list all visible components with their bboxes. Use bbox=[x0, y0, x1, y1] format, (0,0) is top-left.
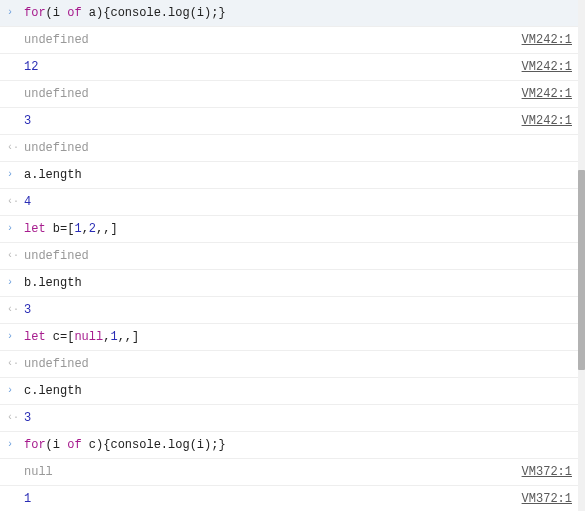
token-kw: let bbox=[24, 330, 46, 344]
token-num: 1 bbox=[110, 330, 117, 344]
input-marker-icon: › bbox=[7, 278, 13, 288]
token-num: 1 bbox=[74, 222, 81, 236]
token-num: 3 bbox=[24, 303, 31, 317]
input-marker-icon: › bbox=[7, 332, 13, 342]
token-kw: for bbox=[24, 6, 46, 20]
output-marker-icon: ‹· bbox=[7, 305, 19, 315]
row-content: 4 bbox=[24, 193, 572, 211]
row-content: null bbox=[24, 463, 510, 481]
token-undef: undefined bbox=[24, 141, 89, 155]
row-content: 1 bbox=[24, 490, 510, 508]
token-ident: (i bbox=[46, 438, 68, 452]
row-content: let c=[null,1,,] bbox=[24, 328, 572, 346]
input-marker-icon: › bbox=[7, 224, 13, 234]
console-row-output[interactable]: ‹·3 bbox=[0, 297, 578, 324]
console-row-output[interactable]: ‹·undefined bbox=[0, 135, 578, 162]
token-undef: undefined bbox=[24, 33, 89, 47]
token-ident: b=[ bbox=[46, 222, 75, 236]
token-num: 3 bbox=[24, 114, 31, 128]
console-row-output[interactable]: ‹·undefined bbox=[0, 243, 578, 270]
scrollbar-thumb[interactable] bbox=[578, 170, 585, 370]
row-content: undefined bbox=[24, 31, 510, 49]
token-undef: undefined bbox=[24, 357, 89, 371]
source-link[interactable]: VM242:1 bbox=[522, 85, 572, 103]
token-kw: null bbox=[74, 330, 103, 344]
source-link[interactable]: VM372:1 bbox=[522, 463, 572, 481]
row-content: 3 bbox=[24, 409, 572, 427]
token-ident: a.length bbox=[24, 168, 82, 182]
console-row-log[interactable]: 3VM242:1 bbox=[0, 108, 578, 135]
row-content: undefined bbox=[24, 355, 572, 373]
token-num: 3 bbox=[24, 411, 31, 425]
input-marker-icon: › bbox=[7, 440, 13, 450]
row-content: undefined bbox=[24, 85, 510, 103]
console-panel[interactable]: ›for(i of a){console.log(i);}undefinedVM… bbox=[0, 0, 578, 511]
token-kw: let bbox=[24, 222, 46, 236]
token-undef: undefined bbox=[24, 249, 89, 263]
row-content: 3 bbox=[24, 301, 572, 319]
source-link[interactable]: VM242:1 bbox=[522, 58, 572, 76]
console-row-log[interactable]: undefinedVM242:1 bbox=[0, 27, 578, 54]
console-row-output[interactable]: ‹·3 bbox=[0, 405, 578, 432]
input-marker-icon: › bbox=[7, 8, 13, 18]
console-row-input[interactable]: ›for(i of a){console.log(i);} bbox=[0, 0, 578, 27]
token-ident: ,,] bbox=[96, 222, 118, 236]
row-content: for(i of c){console.log(i);} bbox=[24, 436, 572, 454]
token-ident: c){console.log(i);} bbox=[82, 438, 226, 452]
token-kw: of bbox=[67, 438, 81, 452]
row-content: c.length bbox=[24, 382, 572, 400]
console-row-input[interactable]: ›let b=[1,2,,] bbox=[0, 216, 578, 243]
console-row-input[interactable]: ›a.length bbox=[0, 162, 578, 189]
source-link[interactable]: VM242:1 bbox=[522, 31, 572, 49]
token-num: 4 bbox=[24, 195, 31, 209]
console-row-output[interactable]: ‹·4 bbox=[0, 189, 578, 216]
token-ident: c=[ bbox=[46, 330, 75, 344]
row-content: 3 bbox=[24, 112, 510, 130]
console-row-log[interactable]: undefinedVM242:1 bbox=[0, 81, 578, 108]
console-row-input[interactable]: ›for(i of c){console.log(i);} bbox=[0, 432, 578, 459]
token-ident: a){console.log(i);} bbox=[82, 6, 226, 20]
token-num: 2 bbox=[89, 222, 96, 236]
output-marker-icon: ‹· bbox=[7, 413, 19, 423]
console-row-input[interactable]: ›b.length bbox=[0, 270, 578, 297]
console-row-log[interactable]: 12VM242:1 bbox=[0, 54, 578, 81]
token-ident: (i bbox=[46, 6, 68, 20]
token-ident: c.length bbox=[24, 384, 82, 398]
output-marker-icon: ‹· bbox=[7, 197, 19, 207]
token-ident: b.length bbox=[24, 276, 82, 290]
source-link[interactable]: VM372:1 bbox=[522, 490, 572, 508]
output-marker-icon: ‹· bbox=[7, 359, 19, 369]
token-kw: for bbox=[24, 438, 46, 452]
row-content: undefined bbox=[24, 247, 572, 265]
source-link[interactable]: VM242:1 bbox=[522, 112, 572, 130]
row-content: let b=[1,2,,] bbox=[24, 220, 572, 238]
token-num: 1 bbox=[24, 492, 31, 506]
console-row-log[interactable]: nullVM372:1 bbox=[0, 459, 578, 486]
input-marker-icon: › bbox=[7, 386, 13, 396]
console-row-log[interactable]: 1VM372:1 bbox=[0, 486, 578, 511]
row-content: a.length bbox=[24, 166, 572, 184]
token-ident: ,,] bbox=[118, 330, 140, 344]
output-marker-icon: ‹· bbox=[7, 143, 19, 153]
console-row-input[interactable]: ›let c=[null,1,,] bbox=[0, 324, 578, 351]
input-marker-icon: › bbox=[7, 170, 13, 180]
token-num: 12 bbox=[24, 60, 38, 74]
row-content: 12 bbox=[24, 58, 510, 76]
row-content: undefined bbox=[24, 139, 572, 157]
row-content: b.length bbox=[24, 274, 572, 292]
console-row-output[interactable]: ‹·undefined bbox=[0, 351, 578, 378]
output-marker-icon: ‹· bbox=[7, 251, 19, 261]
row-content: for(i of a){console.log(i);} bbox=[24, 4, 572, 22]
token-kw: of bbox=[67, 6, 81, 20]
token-undef: undefined bbox=[24, 87, 89, 101]
console-row-input[interactable]: ›c.length bbox=[0, 378, 578, 405]
token-null: null bbox=[24, 465, 53, 479]
token-ident: , bbox=[82, 222, 89, 236]
